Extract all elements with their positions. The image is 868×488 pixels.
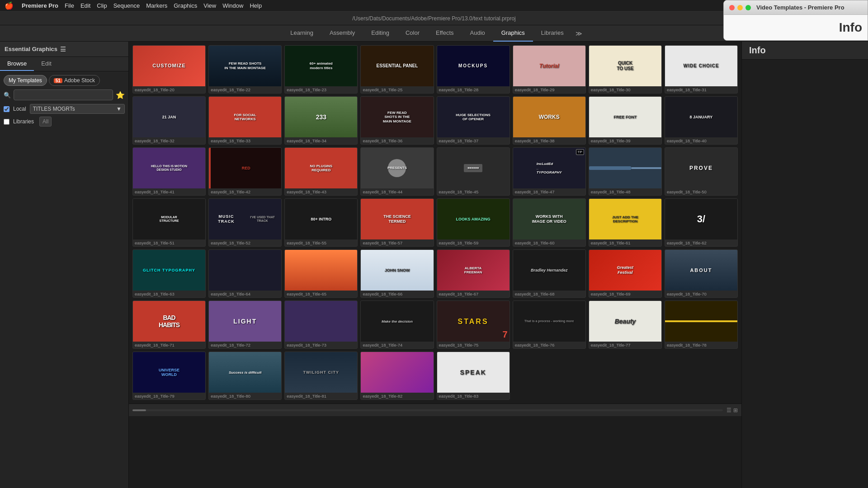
filter-dropdown[interactable]: TITLES MOGRTs ▼	[30, 104, 125, 114]
grid-view-icon[interactable]: ⊞	[733, 407, 738, 413]
adobe-stock-btn[interactable]: 51 Adobe Stock	[49, 75, 100, 86]
template-item[interactable]: FEW READSHOTS IN THEMAIN MONTAGE easyedi…	[360, 96, 434, 145]
menu-sequence[interactable]: Sequence	[113, 2, 140, 9]
menu-edit[interactable]: Edit	[80, 2, 90, 9]
panel-title: Essential Graphics	[5, 46, 57, 52]
template-item[interactable]: ESSENTIAL PANEL easyedit_18_Title-25	[360, 45, 434, 94]
tab-color[interactable]: Color	[397, 25, 428, 42]
menu-markers[interactable]: Markers	[146, 2, 167, 9]
video-templates-window[interactable]: Video Templates - Premiere Pro Info	[723, 0, 868, 41]
scroll-thumb[interactable]	[132, 409, 146, 411]
favorites-star-icon[interactable]: ⭐	[116, 91, 125, 99]
template-item[interactable]: JOHN SNOW easyedit_18_Title-66	[360, 249, 434, 298]
tab-editing[interactable]: Editing	[363, 25, 397, 42]
template-item[interactable]: THE SCIENCETERMED easyedit_18_Title-57	[360, 198, 434, 247]
template-item[interactable]: Success is difficult easyedit_18_Title-8…	[208, 352, 282, 400]
template-item[interactable]: FEW READ SHOTSIN THE MAIN MONTAGE easyed…	[208, 45, 282, 94]
template-item[interactable]: WORKS easyedit_18_Title-38	[513, 96, 586, 145]
template-item[interactable]: easyedit_18_Title-64	[208, 249, 282, 298]
menu-help[interactable]: Help	[250, 2, 262, 9]
menu-graphics[interactable]: Graphics	[174, 2, 197, 9]
template-item[interactable]: NO PLUGINSREQUIRED easyedit_18_Title-43	[284, 147, 358, 196]
template-item[interactable]: Tutorial easyedit_18_Title-29	[513, 45, 586, 94]
tab-libraries[interactable]: Libraries	[533, 25, 572, 42]
tab-assembly[interactable]: Assembly	[321, 25, 363, 42]
template-item[interactable]: That is a process - working more easyedi…	[513, 300, 586, 349]
template-item[interactable]: FREE FONT easyedit_18_Title-39	[589, 96, 662, 145]
template-item[interactable]: WORKS WITHIMAGE OR VIDEO easyedit_18_Tit…	[513, 198, 586, 247]
scroll-track[interactable]	[132, 409, 723, 411]
template-item[interactable]: Bradley Hernandez easyedit_18_Title-68	[513, 249, 586, 298]
local-filter-checkbox[interactable]	[4, 106, 9, 112]
window-minimize-button[interactable]	[737, 5, 743, 10]
template-item[interactable]: HUGE SELECTIONSOF OPENER easyedit_18_Tit…	[437, 96, 510, 145]
menu-file[interactable]: File	[65, 2, 74, 9]
template-item[interactable]: easyedit_18_Title-65	[284, 249, 358, 298]
template-item[interactable]: 21 JAN easyedit_18_Title-32	[132, 96, 206, 145]
window-close-button[interactable]	[729, 5, 735, 10]
tab-effects[interactable]: Effects	[428, 25, 462, 42]
panel-tab-edit[interactable]: Edit	[34, 57, 58, 71]
template-item[interactable]: QUICKTO USE easyedit_18_Title-30	[589, 45, 662, 94]
panel-tab-browse[interactable]: Browse	[0, 57, 34, 71]
template-item[interactable]: ALBERTAFREEMAN easyedit_18_Title-67	[437, 249, 510, 298]
apple-menu[interactable]: 🍎	[5, 1, 14, 10]
template-item[interactable]: TP IncLudEd_TYPOGRAPHY easyedit_18_Title…	[513, 147, 586, 196]
template-item[interactable]: 3/ easyedit_18_Title-62	[665, 198, 738, 247]
template-item[interactable]: BADHABITS easyedit_18_Title-71	[132, 300, 206, 349]
search-input[interactable]	[14, 89, 113, 100]
local-filter-label: Local	[13, 106, 26, 112]
template-item[interactable]: GreatestFestival easyedit_18_Title-69	[589, 249, 662, 298]
template-item[interactable]: LOOKS AMAZING easyedit_18_Title-59	[437, 198, 510, 247]
search-icon: 🔍	[4, 92, 11, 99]
menu-premiere[interactable]: Premiere Pro	[22, 2, 58, 9]
window-titlebar: Video Templates - Premiere Pro	[724, 0, 868, 15]
template-item[interactable]: MODULARSTRUCTURE easyedit_18_Title-51	[132, 198, 206, 247]
template-item[interactable]: GLITCH TYPOGRAPHY easyedit_18_Title-63	[132, 249, 206, 298]
template-item[interactable]: WIDE CHOICE easyedit_18_Title-31	[665, 45, 738, 94]
template-item[interactable]: Beauty easyedit_18_Title-77	[589, 300, 662, 349]
window-maximize-button[interactable]	[745, 5, 751, 10]
template-item[interactable]: easyedit_18_Title-73	[284, 300, 358, 349]
right-panel-header: Info	[742, 42, 868, 60]
template-item[interactable]: Make the decision easyedit_18_Title-74	[360, 300, 434, 349]
tab-graphics[interactable]: Graphics	[493, 25, 533, 42]
template-item[interactable]: easyedit_18_Title-48	[589, 147, 662, 196]
template-item[interactable]: MOCKUPS easyedit_18_Title-28	[437, 45, 510, 94]
menu-window[interactable]: Window	[222, 2, 243, 9]
template-item[interactable]: MUSIC TRACK I'VE USED THAT TRACK easyedi…	[208, 198, 282, 247]
libraries-filter-checkbox[interactable]	[4, 119, 9, 125]
template-item[interactable]: HELLO THIS IS MOTIONDESIGN STUDIO easyed…	[132, 147, 206, 196]
template-item[interactable]: FOR SOCIALNETWORKS easyedit_18_Title-33	[208, 96, 282, 145]
more-tabs-icon[interactable]: ≫	[572, 30, 586, 37]
template-item[interactable]: ■■■■■■ easyedit_18_Title-45	[437, 147, 510, 196]
template-item[interactable]: 60+ animatedmodern titles easyedit_18_Ti…	[284, 45, 358, 94]
template-item[interactable]: SPEAK easyedit_18_Title-83	[437, 352, 510, 400]
menu-view[interactable]: View	[203, 2, 216, 9]
template-item[interactable]: CUSTOMIZE easyedit_18_Title-20	[132, 45, 206, 94]
template-item[interactable]: 8 JANUARY easyedit_18_Title-40	[665, 96, 738, 145]
tab-audio[interactable]: Audio	[462, 25, 493, 42]
template-item[interactable]: 233 easyedit_18_Title-34	[284, 96, 358, 145]
libraries-sub-dropdown[interactable]: All	[39, 117, 52, 127]
panel-menu-icon[interactable]: ☰	[60, 46, 66, 53]
tab-learning[interactable]: Learning	[282, 25, 321, 42]
template-item[interactable]: JUST ADD THEDESCRIPTION easyedit_18_Titl…	[589, 198, 662, 247]
template-item[interactable]: STARS 7 easyedit_18_Title-75	[437, 300, 510, 349]
grid-scroll-container[interactable]: CUSTOMIZE easyedit_18_Title-20 FEW READ …	[129, 42, 741, 488]
template-item[interactable]: ABOUT easyedit_18_Title-70	[665, 249, 738, 298]
template-item[interactable]: PRESENTS easyedit_18_Title-44	[360, 147, 434, 196]
template-item[interactable]: 80+ INTRO easyedit_18_Title-55	[284, 198, 358, 247]
bottom-bar: ☰ ⊞	[129, 404, 741, 416]
list-view-icon[interactable]: ☰	[726, 407, 731, 413]
template-item[interactable]: LIGHT easyedit_18_Title-72	[208, 300, 282, 349]
filter-row2: Libraries All	[0, 116, 128, 129]
template-item[interactable]: easyedit_18_Title-82	[360, 352, 434, 400]
template-item[interactable]: easyedit_18_Title-78	[665, 300, 738, 349]
template-item[interactable]: TWILIGHT CITY easyedit_18_Title-81	[284, 352, 358, 400]
my-templates-btn[interactable]: My Templates	[4, 75, 47, 86]
menu-clip[interactable]: Clip	[97, 2, 107, 9]
template-item[interactable]: UNIVERSEWORLD easyedit_18_Title-79	[132, 352, 206, 400]
template-item[interactable]: PROVE easyedit_18_Title-50	[665, 147, 738, 196]
template-item[interactable]: RED easyedit_18_Title-42	[208, 147, 282, 196]
